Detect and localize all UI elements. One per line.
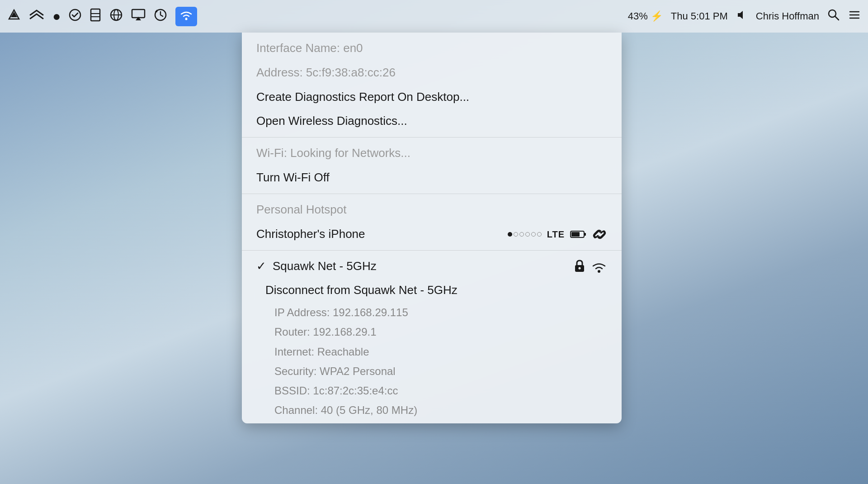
link-icon [592, 227, 607, 242]
signal-strength-dots [508, 232, 542, 237]
wifi-dropdown: Interface Name: en0 Address: 5c:f9:38:a8… [242, 33, 622, 423]
disconnect-item[interactable]: Disconnect from Squawk Net - 5GHz [242, 278, 622, 303]
turn-wifi-off-item[interactable]: Turn Wi-Fi Off [242, 166, 622, 190]
svg-line-10 [835, 16, 839, 20]
lock-icon [574, 259, 585, 273]
svg-rect-3 [91, 9, 100, 21]
lte-badge: LTE [547, 228, 565, 240]
menubar-right: 43% ⚡ Thu 5:01 PM Chris Hoffman [628, 9, 861, 24]
dot-1 [508, 232, 512, 237]
svg-rect-6 [132, 9, 145, 18]
earth-icon[interactable] [109, 8, 123, 25]
drive-icon[interactable] [7, 8, 21, 25]
internet-item: Internet: Reachable [242, 342, 622, 361]
squawk-net-icons [574, 259, 607, 273]
squawk-net-item[interactable]: ✓ Squawk Net - 5GHz [242, 254, 622, 279]
bullet-icon[interactable]: ● [52, 9, 61, 24]
dot-5 [531, 232, 536, 237]
desktop: ● [0, 0, 868, 484]
airdrop-icon[interactable] [29, 9, 44, 24]
battery-icon [570, 230, 586, 239]
iphone-item[interactable]: Christopher's iPhone LTE [242, 222, 622, 247]
address-item: Address: 5c:f9:38:a8:cc:26 [242, 61, 622, 85]
diagnostics-report-item[interactable]: Create Diagnostics Report On Desktop... [242, 85, 622, 109]
router-item: Router: 192.168.29.1 [242, 322, 622, 342]
hotspot-section: Personal Hotspot Christopher's iPhone LT… [242, 194, 622, 251]
interface-section: Interface Name: en0 Address: 5c:f9:38:a8… [242, 33, 622, 138]
svg-point-8 [185, 18, 188, 20]
iphone-status-icons: LTE [508, 227, 607, 242]
dot-4 [525, 232, 530, 237]
interface-name-item: Interface Name: en0 [242, 36, 622, 61]
search-icon[interactable] [827, 9, 840, 24]
airplay-icon[interactable] [131, 9, 146, 24]
squawk-net-name: Squawk Net - 5GHz [273, 259, 377, 274]
svg-point-18 [579, 267, 581, 270]
volume-icon[interactable] [736, 9, 748, 24]
dot-2 [514, 232, 518, 237]
dot-3 [519, 232, 524, 237]
channel-item: Channel: 40 (5 GHz, 80 MHz) [242, 400, 622, 420]
checkmark-icon: ✓ [256, 259, 267, 274]
svg-point-19 [598, 270, 600, 273]
svg-rect-16 [584, 233, 586, 236]
svg-rect-15 [571, 232, 580, 237]
time-machine-icon[interactable] [154, 8, 167, 25]
menubar: ● [0, 0, 868, 33]
security-item: Security: WPA2 Personal [242, 361, 622, 381]
bookmark-icon[interactable] [90, 8, 101, 25]
ip-address-item: IP Address: 192.168.29.115 [242, 303, 622, 322]
personal-hotspot-label: Personal Hotspot [242, 198, 622, 222]
checklist-icon[interactable] [69, 9, 81, 24]
bssid-item: BSSID: 1c:87:2c:35:e4:cc [242, 381, 622, 400]
notification-center-icon[interactable] [848, 9, 861, 24]
networks-section: ✓ Squawk Net - 5GHz [242, 251, 622, 424]
wireless-diagnostics-item[interactable]: Open Wireless Diagnostics... [242, 109, 622, 133]
battery-status: 43% ⚡ [628, 10, 663, 22]
squawk-net-left: ✓ Squawk Net - 5GHz [256, 259, 377, 274]
svg-point-2 [70, 9, 80, 20]
wifi-signal-icon [591, 259, 607, 273]
wifi-menubar-icon[interactable] [175, 7, 197, 26]
iphone-name: Christopher's iPhone [256, 227, 365, 242]
wifi-looking-item: Wi-Fi: Looking for Networks... [242, 141, 622, 166]
datetime-status: Thu 5:01 PM [671, 10, 728, 22]
menubar-left: ● [7, 7, 628, 26]
dot-6 [537, 232, 542, 237]
username-label: Chris Hoffman [756, 10, 819, 22]
wifi-status-section: Wi-Fi: Looking for Networks... Turn Wi-F… [242, 138, 622, 194]
